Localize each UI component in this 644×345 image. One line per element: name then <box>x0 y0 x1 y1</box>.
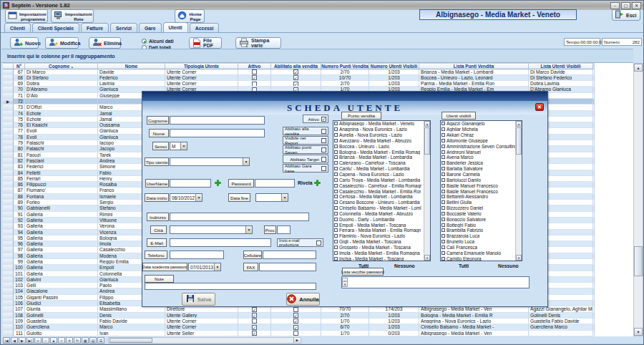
telefono-input[interactable] <box>170 251 224 259</box>
checkbox-attivo[interactable]: Attivo✓ <box>303 115 328 123</box>
table-row[interactable]: 69DobraLaviniaUtente Corner✓2/701/203Par… <box>3 81 594 87</box>
utenti-visibili-nessuno-button[interactable]: Nessuno <box>498 263 519 268</box>
punti-vendita-item[interactable]: Boccea - Unieuro - Lazio <box>333 143 424 149</box>
scroll-down-icon[interactable]: ▼ <box>634 328 643 336</box>
table-row[interactable]: 108GolinelliDenisUtente Gallery✓✓2/701/2… <box>3 313 594 319</box>
horizontal-scroll-thumb[interactable] <box>109 338 152 343</box>
punti-vendita-item[interactable]: Aurelia - Nova Euronics - Lazio <box>333 132 424 138</box>
utenti-visibili-list[interactable]: ▲ ▼ Agazzi GianangeloAghilar MichelaAkka… <box>440 120 522 261</box>
unchecked-checkbox-icon[interactable] <box>334 167 338 170</box>
tab-accessi[interactable]: Accessi <box>190 23 220 32</box>
utenti-visibili-item[interactable]: Boccasile Valerio <box>441 211 515 217</box>
column-header-attivo[interactable]: Attivo <box>238 63 271 69</box>
column-header-lista-punti-vendita[interactable]: Lista Punti Vendita <box>419 63 529 69</box>
checkbox-abilitato-gara-base[interactable]: Abilitato Gara base <box>283 164 328 172</box>
password-input[interactable] <box>255 179 295 188</box>
navigator-delete-icon[interactable]: − <box>42 337 49 344</box>
unchecked-checkbox-icon[interactable] <box>441 184 445 188</box>
table-row[interactable]: 110GuercilenaMarcoUtente Corner✓✓6/701/2… <box>3 324 594 330</box>
cellulare-input[interactable] <box>263 251 316 259</box>
minimize-icon[interactable]: – <box>610 2 620 9</box>
unchecked-checkbox-icon[interactable] <box>334 223 338 227</box>
unchecked-checkbox-icon[interactable] <box>441 145 445 148</box>
punti-vendita-item[interactable]: Certosa - Media Market - Lombardia <box>333 194 424 200</box>
punti-vendita-item[interactable]: Albignasego - Media Market - Veneto <box>333 121 424 127</box>
chevron-down-icon[interactable]: ▼ <box>195 194 202 201</box>
tipo-utente-select[interactable]: ▼ <box>170 157 250 166</box>
salva-button[interactable]: Salva <box>182 293 215 306</box>
chevron-down-icon[interactable]: ▼ <box>245 226 252 233</box>
table-row[interactable]: 107GiuntaMassimilianoDirettore✓70/70174/… <box>3 306 594 312</box>
lista-vecchie-password-box[interactable]: ▲ ▼ <box>341 276 530 288</box>
table-row[interactable]: 109GuastellaFabio DavideUtente Corner✓1/… <box>3 319 594 324</box>
vertical-scrollbar[interactable]: ▲ ▼ <box>633 63 643 336</box>
utenti-visibili-item[interactable]: Akkari Chiraz <box>441 132 515 138</box>
column-header-numero-utenti-visibili[interactable]: Numero Utenti Visibili <box>369 63 419 69</box>
vertical-scroll-thumb[interactable] <box>634 246 643 276</box>
unchecked-checkbox-icon[interactable] <box>441 190 445 193</box>
punti-vendita-item[interactable]: Flaminio - Nova Euronics - Lazio <box>333 233 424 239</box>
radio-alcuni-dati[interactable]: Alcuni dati <box>142 39 174 44</box>
unchecked-checkbox-icon[interactable] <box>441 161 445 165</box>
punti-vendita-item[interactable]: Brianza - Media Market - Lombardia <box>333 155 424 160</box>
navigator-insert-icon[interactable]: + <box>34 337 42 344</box>
navigator-post-icon[interactable]: ✓ <box>58 337 65 344</box>
email-input[interactable] <box>170 238 271 247</box>
chevron-down-icon[interactable]: ▼ <box>214 263 220 271</box>
unchecked-checkbox-icon[interactable] <box>441 200 445 204</box>
unchecked-checkbox-icon[interactable] <box>441 150 445 154</box>
utenti-visibili-item[interactable]: Botteghi Fabio <box>441 222 515 228</box>
unchecked-checkbox-icon[interactable] <box>334 155 338 159</box>
unchecked-checkbox-icon[interactable] <box>441 228 445 232</box>
unchecked-checkbox-icon[interactable] <box>441 195 445 198</box>
unchecked-checkbox-icon[interactable] <box>334 195 338 198</box>
punti-vendita-item[interactable]: Avezzano - Media Market - Abruzzo <box>333 138 424 144</box>
scroll-down-icon[interactable]: ▼ <box>424 255 430 261</box>
chevron-down-icon[interactable]: ▼ <box>180 142 187 150</box>
chevron-down-icon[interactable]: ▼ <box>243 158 249 165</box>
utenti-visibili-item[interactable]: Basile Manuel Francesco <box>441 188 515 194</box>
table-row[interactable]: 67Di MarcoDavideUtente Corner✓2/701/203B… <box>3 69 594 75</box>
utenti-visibili-item[interactable]: Basile Manuel Francesco <box>441 183 515 188</box>
data-scadenza-select[interactable]: 07/01/2013 ▼ <box>188 263 221 271</box>
utenti-visibili-item[interactable]: Bizzozzero Daniel <box>441 205 515 211</box>
impostazioni-programma-button[interactable]: Impostazioni programma <box>5 9 48 23</box>
tab-clienti-speciale[interactable]: Clienti Speciale <box>32 23 79 32</box>
prov-input[interactable] <box>277 225 291 234</box>
unchecked-checkbox-icon[interactable] <box>334 212 338 215</box>
unchecked-checkbox-icon[interactable] <box>441 206 445 210</box>
utenti-visibili-item[interactable]: Barlaba Salvatore <box>441 166 515 172</box>
unchecked-checkbox-icon[interactable] <box>441 178 445 182</box>
file-pdf-button[interactable]: File PDF <box>189 37 222 49</box>
unchecked-checkbox-icon[interactable] <box>334 145 338 148</box>
utenti-visibili-item[interactable]: Barone Carmela <box>441 172 515 178</box>
data-fine-select[interactable]: ▼ <box>255 193 288 202</box>
unchecked-checkbox-icon[interactable] <box>441 257 445 261</box>
tab-gare[interactable]: Gare <box>139 23 162 32</box>
unchecked-checkbox-icon[interactable] <box>441 223 445 227</box>
punti-vendita-item[interactable]: Incisa - Media Market - Toscana <box>333 256 424 261</box>
punti-vendita-item[interactable]: Cesano Boscone - Unieuro - Lombardia <box>333 200 424 205</box>
column-header-cognome[interactable]: Cognome ▲ <box>25 63 98 69</box>
utenti-visibili-item[interactable]: Brazzarola Luca <box>441 233 515 239</box>
utenti-visibili-item[interactable]: Calì Francesca <box>441 245 515 251</box>
unchecked-checkbox-icon[interactable] <box>441 218 445 221</box>
scroll-up-icon[interactable]: ▲ <box>634 64 643 72</box>
navigator-edit-icon[interactable]: ▲ <box>50 337 57 344</box>
scroll-up-icon[interactable]: ▲ <box>424 121 430 127</box>
unchecked-checkbox-icon[interactable] <box>441 234 445 238</box>
checkbox-abilitato-alla-vendita[interactable]: Abilitato alla vendita <box>283 127 328 135</box>
utenti-visibili-item[interactable]: Bettarelli Alessandro <box>441 194 515 200</box>
dialog-close-icon[interactable]: ✕ <box>535 103 544 111</box>
column-header-n-[interactable]: N° <box>14 63 25 69</box>
tab-fatture[interactable]: Fatture <box>81 23 109 32</box>
citta-select[interactable]: ▼ <box>170 225 253 234</box>
modifica-button[interactable]: Modifica <box>45 37 79 49</box>
scroll-up-icon[interactable]: ▲ <box>516 121 522 127</box>
unchecked-checkbox-icon[interactable] <box>334 178 338 182</box>
unchecked-checkbox-icon[interactable] <box>334 228 338 232</box>
utenti-visibili-item[interactable]: Andreoni Manuel <box>441 149 515 155</box>
indirizzo-input[interactable] <box>170 213 309 221</box>
unchecked-checkbox-icon[interactable] <box>441 251 445 255</box>
navigator-refresh-icon[interactable]: ↻ <box>74 337 81 344</box>
